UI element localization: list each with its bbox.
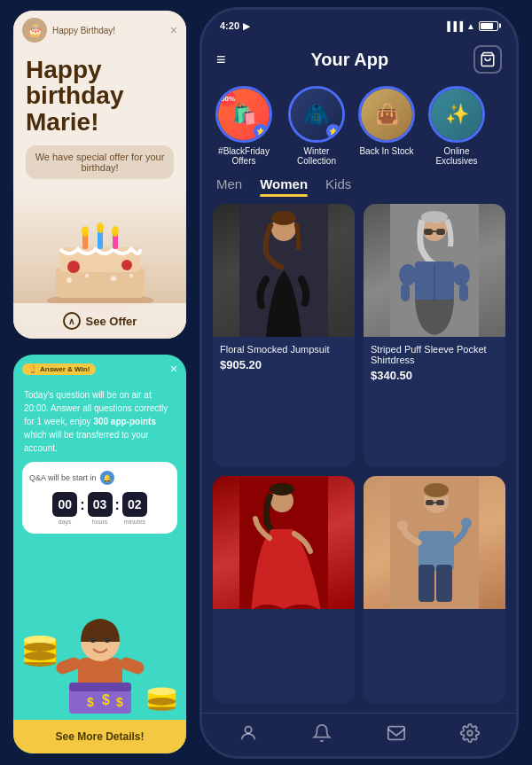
qa-minutes-label: minutes (124, 519, 146, 525)
category-label-backinstock: Back In Stock (359, 146, 413, 156)
svg-point-46 (452, 264, 470, 285)
nav-notifications-button[interactable] (311, 722, 332, 744)
svg-point-12 (85, 274, 89, 277)
bell-icon: 🔔 (100, 471, 114, 485)
product-price-1: $905.20 (220, 358, 348, 371)
category-label-blackfriday: #BlackFriday Offers (213, 146, 275, 166)
nav-profile-button[interactable] (238, 722, 259, 744)
svg-rect-62 (419, 565, 434, 602)
product-name-1: Floral Smocked Jumpsuit (220, 344, 348, 355)
product-info-4 (364, 609, 505, 627)
svg-point-34 (148, 698, 176, 706)
bc-username: Happy Birthday! (52, 26, 165, 35)
svg-point-9 (67, 261, 80, 273)
product-card-2[interactable]: Striped Puff Sleeve Pocket Shirtdress $3… (364, 204, 505, 467)
product-info-2: Striped Puff Sleeve Pocket Shirtdress $3… (364, 337, 505, 389)
qa-description: Today's question will be on air at 20:00… (13, 383, 186, 462)
svg-rect-54 (270, 529, 294, 545)
bottom-nav (202, 713, 516, 756)
qa-days-value: 00 (52, 492, 77, 517)
svg-rect-67 (388, 727, 404, 740)
product-grid: Floral Smocked Jumpsuit $905.20 (202, 195, 516, 713)
cart-icon-button[interactable] (473, 45, 502, 74)
tab-kids[interactable]: Kids (325, 176, 351, 195)
category-circle-blackfriday: 🛍️ 50% ⭐ (215, 86, 272, 143)
svg-rect-47 (459, 284, 468, 301)
svg-text:$: $ (102, 692, 110, 707)
categories-row: 🛍️ 50% ⭐ #BlackFriday Offers 🧥 ⭐ Winter … (202, 79, 516, 173)
bc-see-offer-button[interactable]: ∧ See Offer (13, 303, 186, 339)
product-info-3 (213, 609, 355, 627)
category-item-exclusives[interactable]: ✨ Online Exclusives (426, 86, 488, 166)
nav-messages-button[interactable] (386, 722, 407, 744)
category-circle-backinstock: 👜 (358, 86, 415, 143)
qa-countdown-label: Q&A will be start in 🔔 (29, 471, 170, 485)
battery-icon (479, 21, 498, 31)
svg-rect-27 (69, 683, 131, 691)
svg-rect-49 (436, 229, 445, 235)
tabs-row: Men Women Kids (202, 173, 516, 195)
signal-icon: ▐▐▐ (444, 21, 463, 31)
qa-days-label: days (59, 519, 72, 525)
svg-rect-48 (424, 229, 433, 235)
qa-see-more-button[interactable]: See More Details! (13, 720, 186, 753)
mail-icon (386, 722, 407, 744)
product-card-1[interactable]: Floral Smocked Jumpsuit $905.20 (213, 204, 355, 467)
qa-colon-1: : (80, 497, 84, 520)
status-icons: ▐▐▐ ▲ (444, 21, 498, 31)
person-icon (238, 722, 259, 744)
product-card-3[interactable] (213, 476, 355, 705)
svg-point-53 (270, 483, 294, 496)
category-star-icon: ⭐ (254, 124, 268, 138)
category-item-winter[interactable]: 🧥 ⭐ Winter Collection (286, 86, 348, 166)
tab-women[interactable]: Women (260, 176, 308, 195)
svg-point-65 (461, 518, 472, 528)
qa-close-button[interactable]: × (170, 362, 177, 376)
qa-badge: 🏆 Answer & Win! (22, 363, 96, 375)
svg-point-41 (421, 211, 448, 223)
svg-point-44 (399, 264, 417, 285)
category-item-blackfriday[interactable]: 🛍️ 50% ⭐ #BlackFriday Offers (213, 86, 275, 166)
qa-timer: 00 days : 03 hours : 02 minutes (29, 492, 170, 525)
bc-title: Happy birthday Marie! (26, 57, 174, 135)
wifi-icon: ▲ (466, 21, 475, 31)
bc-image-area: ∧ See Offer (13, 186, 186, 339)
category-item-backinstock[interactable]: 👜 Back In Stock (358, 86, 415, 166)
product-card-4[interactable] (364, 476, 505, 705)
svg-point-60 (424, 483, 449, 497)
qa-hours-block: 03 hours (88, 492, 113, 525)
product-image-2 (364, 204, 505, 337)
bc-avatar: 🎂 (22, 18, 47, 43)
svg-point-8 (112, 226, 119, 237)
hamburger-menu-icon[interactable]: ≡ (216, 51, 226, 69)
svg-point-6 (82, 226, 89, 237)
phone-mockup: 4:20 ▶ ▐▐▐ ▲ ≡ Your App 🛍️ (200, 7, 519, 759)
svg-point-66 (245, 727, 251, 733)
phone-app-title: Your App (310, 50, 388, 70)
qa-illustration: $ $ $ (13, 534, 186, 720)
chevron-up-icon: ∧ (63, 312, 81, 330)
category-label-winter: Winter Collection (286, 146, 348, 166)
category-circle-winter: 🧥 ⭐ (288, 86, 345, 143)
product-name-2: Striped Puff Sleeve Pocket Shirtdress (371, 344, 498, 365)
svg-point-33 (148, 688, 176, 696)
category-circle-exclusives: ✨ (428, 86, 485, 143)
nav-settings-button[interactable] (459, 722, 481, 744)
tab-men[interactable]: Men (216, 176, 242, 195)
svg-rect-24 (54, 656, 82, 676)
category-star-icon-winter: ⭐ (326, 124, 340, 138)
bc-subtitle: We have special offer for your birthday! (26, 145, 174, 179)
svg-rect-57 (426, 500, 434, 505)
status-time: 4:20 ▶ (220, 20, 250, 31)
qa-countdown-box: Q&A will be start in 🔔 00 days : 03 hour… (22, 462, 177, 534)
product-info-1: Floral Smocked Jumpsuit $905.20 (213, 337, 355, 379)
svg-point-64 (397, 520, 408, 531)
qa-card: 🏆 Answer & Win! × Today's question will … (13, 355, 186, 753)
svg-rect-58 (436, 500, 444, 505)
svg-point-23 (105, 637, 110, 643)
location-icon: ▶ (243, 21, 250, 31)
category-badge: 50% (220, 90, 236, 106)
phone-status-bar: 4:20 ▶ ▐▐▐ ▲ (202, 10, 516, 42)
bc-close-button[interactable]: × (170, 23, 177, 37)
svg-rect-63 (436, 565, 452, 602)
